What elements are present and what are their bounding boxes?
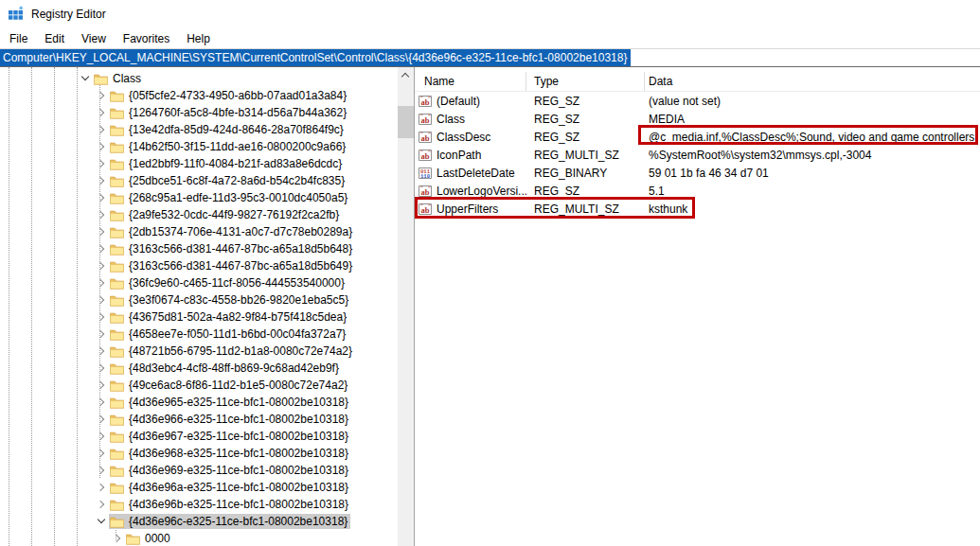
tree-item-36fc9e60-c465-11cf-8056-444553540000[interactable]: {36fc9e60-c465-11cf-8056-444553540000}	[0, 274, 397, 291]
value-name[interactable]: (Default)	[437, 95, 480, 108]
menu-file[interactable]: File	[1, 30, 36, 47]
tree-item-label[interactable]: {3163c566-d381-4467-87bc-a65a18d5b648}	[129, 242, 352, 255]
tree-item-49ce6ac8-6f86-11d2-b1e5-0080c72e74a2[interactable]: {49ce6ac8-6f86-11d2-b1e5-0080c72e74a2}	[0, 377, 397, 394]
tree-item-4d36e965-e325-11ce-bfc1-08002be10318[interactable]: {4d36e965-e325-11ce-bfc1-08002be10318}	[0, 394, 397, 411]
value-row-class[interactable]: ClassREG_SZMEDIA	[415, 110, 980, 128]
column-header-data[interactable]: Data	[645, 72, 980, 91]
tree-item-label[interactable]: {05f5cfe2-4733-4950-a6bb-07aad01a3a84}	[129, 89, 347, 102]
chevron-right-icon[interactable]	[96, 90, 107, 101]
tree-item-label[interactable]: {1ed2bbf9-11f0-4084-b21f-ad83a8e6dcdc}	[129, 157, 342, 170]
tree-item-4d36e96b-e325-11ce-bfc1-08002be10318[interactable]: {4d36e96b-e325-11ce-bfc1-08002be10318}	[0, 496, 397, 513]
chevron-right-icon[interactable]	[96, 345, 107, 357]
tree-item-label[interactable]: {3163c566-d381-4467-87bc-a65a18d5b649}	[129, 259, 352, 273]
chevron-right-icon[interactable]	[96, 414, 107, 425]
tree-item-3e3f0674-c83c-4558-bb26-9820e1eba5c5[interactable]: {3e3f0674-c83c-4558-bb26-9820e1eba5c5}	[0, 291, 397, 308]
tree-item-label[interactable]: {4d36e968-e325-11ce-bfc1-08002be10318}	[129, 447, 348, 460]
chevron-right-icon[interactable]	[112, 533, 123, 544]
scrollbar-thumb[interactable]	[398, 106, 414, 138]
tree-item-label[interactable]: {2a9fe532-0cdc-44f9-9827-76192f2ca2fb}	[129, 208, 339, 221]
chevron-right-icon[interactable]	[96, 294, 107, 306]
value-row-classdesc[interactable]: ClassDescREG_SZ@c_media.inf,%ClassDesc%;…	[415, 128, 980, 146]
chevron-right-icon[interactable]	[96, 192, 107, 203]
tree-item-0000[interactable]: 0000	[0, 530, 397, 546]
chevron-right-icon[interactable]	[96, 465, 107, 476]
tree-item-14b62f50-3f15-11dd-ae16-0800200c9a66[interactable]: {14b62f50-3f15-11dd-ae16-0800200c9a66}	[0, 138, 397, 155]
scroll-up-arrow-icon[interactable]	[398, 67, 414, 83]
chevron-right-icon[interactable]	[96, 499, 107, 510]
value-name[interactable]: UpperFilters	[437, 203, 498, 216]
chevron-right-icon[interactable]	[96, 158, 107, 169]
value-name[interactable]: IconPath	[437, 149, 481, 162]
chevron-down-icon[interactable]	[80, 73, 91, 84]
tree-item-label[interactable]: {43675d81-502a-4a82-9f84-b75f418c5dea}	[129, 310, 347, 324]
tree-item-label[interactable]: {36fc9e60-c465-11cf-8056-444553540000}	[129, 276, 345, 290]
menu-view[interactable]: View	[73, 30, 115, 47]
value-name[interactable]: LastDeleteDate	[437, 167, 515, 180]
chevron-right-icon[interactable]	[96, 328, 107, 340]
tree-item-label[interactable]: {25dbce51-6c8f-4a72-8a6d-b54c2b4fc835}	[129, 174, 345, 187]
tree-item-268c95a1-edfe-11d3-95c3-0010dc4050a5[interactable]: {268c95a1-edfe-11d3-95c3-0010dc4050a5}	[0, 189, 397, 206]
tree-item-label[interactable]: {48721b56-6795-11d2-b1a8-0080c72e74a2}	[129, 344, 352, 358]
chevron-right-icon[interactable]	[96, 243, 107, 255]
chevron-right-icon[interactable]	[96, 362, 107, 374]
value-row-default[interactable]: (Default)REG_SZ(value not set)	[415, 92, 980, 110]
chevron-down-icon[interactable]	[96, 516, 107, 527]
tree-item-4d36e967-e325-11ce-bfc1-08002be10318[interactable]: {4d36e967-e325-11ce-bfc1-08002be10318}	[0, 428, 397, 445]
menu-help[interactable]: Help	[178, 30, 219, 47]
address-text[interactable]: Computer\HKEY_LOCAL_MACHINE\SYSTEM\Curre…	[0, 49, 631, 66]
value-row-lowerlogoversi[interactable]: LowerLogoVersi...REG_SZ5.1	[415, 182, 980, 200]
tree-item-4d36e96a-e325-11ce-bfc1-08002be10318[interactable]: {4d36e96a-e325-11ce-bfc1-08002be10318}	[0, 479, 397, 496]
tree-item-48721b56-6795-11d2-b1a8-0080c72e74a2[interactable]: {48721b56-6795-11d2-b1a8-0080c72e74a2}	[0, 343, 397, 360]
value-name[interactable]: LowerLogoVersi...	[437, 185, 526, 198]
tree-item-label[interactable]: {4d36e967-e325-11ce-bfc1-08002be10318}	[129, 430, 348, 443]
tree-item-label[interactable]: {14b62f50-3f15-11dd-ae16-0800200c9a66}	[129, 140, 346, 153]
tree-item-label[interactable]: {1264760f-a5c8-4bfe-b314-d56a7b44a362}	[129, 106, 347, 119]
chevron-right-icon[interactable]	[96, 448, 107, 459]
value-row-iconpath[interactable]: IconPathREG_MULTI_SZ%SystemRoot%\system3…	[415, 146, 980, 164]
chevron-right-icon[interactable]	[96, 175, 107, 186]
tree-item-3163c566-d381-4467-87bc-a65a18d5b649[interactable]: {3163c566-d381-4467-87bc-a65a18d5b649}	[0, 257, 397, 274]
tree-item-label[interactable]: {3e3f0674-c83c-4558-bb26-9820e1eba5c5}	[129, 293, 348, 307]
chevron-right-icon[interactable]	[96, 141, 107, 152]
tree-item-label[interactable]: {4d36e969-e325-11ce-bfc1-08002be10318}	[129, 464, 348, 477]
tree-item-4d36e968-e325-11ce-bfc1-08002be10318[interactable]: {4d36e968-e325-11ce-bfc1-08002be10318}	[0, 445, 397, 462]
address-bar[interactable]: Computer\HKEY_LOCAL_MACHINE\SYSTEM\Curre…	[0, 48, 980, 67]
tree-item-label[interactable]: 0000	[145, 532, 170, 545]
tree-item-4d36e966-e325-11ce-bfc1-08002be10318[interactable]: {4d36e966-e325-11ce-bfc1-08002be10318}	[0, 411, 397, 428]
tree-item-label[interactable]: {4d36e96a-e325-11ce-bfc1-08002be10318}	[129, 481, 348, 494]
column-header-name[interactable]: Name	[415, 72, 526, 91]
chevron-right-icon[interactable]	[96, 431, 107, 442]
tree-item-label[interactable]: {49ce6ac8-6f86-11d2-b1e5-0080c72e74a2}	[129, 379, 347, 392]
value-name[interactable]: ClassDesc	[437, 131, 490, 144]
tree-item-05f5cfe2-4733-4950-a6bb-07aad01a3a84[interactable]: {05f5cfe2-4733-4950-a6bb-07aad01a3a84}	[0, 87, 397, 104]
chevron-right-icon[interactable]	[96, 396, 107, 408]
tree-item-label[interactable]: {2db15374-706e-4131-a0c7-d7c78eb0289a}	[129, 225, 352, 238]
tree-item-label[interactable]: {48d3ebc4-4cf8-48ff-b869-9c68ad42eb9f}	[129, 361, 339, 375]
tree-item-1ed2bbf9-11f0-4084-b21f-ad83a8e6dcdc[interactable]: {1ed2bbf9-11f0-4084-b21f-ad83a8e6dcdc}	[0, 155, 397, 172]
chevron-right-icon[interactable]	[96, 260, 107, 272]
chevron-right-icon[interactable]	[96, 379, 107, 391]
tree-item-label[interactable]: Class	[113, 72, 141, 85]
menu-favorites[interactable]: Favorites	[115, 30, 178, 47]
chevron-right-icon[interactable]	[96, 107, 107, 118]
tree-item-43675d81-502a-4a82-9f84-b75f418c5dea[interactable]: {43675d81-502a-4a82-9f84-b75f418c5dea}	[0, 308, 397, 326]
tree-item-label[interactable]: {13e42dfa-85d9-424d-8646-28a70f864f9c}	[129, 123, 344, 136]
tree-item-3163c566-d381-4467-87bc-a65a18d5b648[interactable]: {3163c566-d381-4467-87bc-a65a18d5b648}	[0, 240, 397, 257]
tree-item-25dbce51-6c8f-4a72-8a6d-b54c2b4fc835[interactable]: {25dbce51-6c8f-4a72-8a6d-b54c2b4fc835}	[0, 172, 397, 189]
tree-item-label[interactable]: {4658ee7e-f050-11d1-b6bd-00c04fa372a7}	[129, 327, 346, 341]
column-header-type[interactable]: Type	[526, 72, 645, 91]
tree-item-2db15374-706e-4131-a0c7-d7c78eb0289a[interactable]: {2db15374-706e-4131-a0c7-d7c78eb0289a}	[0, 223, 397, 240]
tree-item-48d3ebc4-4cf8-48ff-b869-9c68ad42eb9f[interactable]: {48d3ebc4-4cf8-48ff-b869-9c68ad42eb9f}	[0, 360, 397, 377]
value-row-upperfilters[interactable]: UpperFiltersREG_MULTI_SZksthunk	[415, 200, 980, 218]
tree-item-2a9fe532-0cdc-44f9-9827-76192f2ca2fb[interactable]: {2a9fe532-0cdc-44f9-9827-76192f2ca2fb}	[0, 206, 397, 223]
tree-item-label[interactable]: {4d36e966-e325-11ce-bfc1-08002be10318}	[129, 413, 348, 426]
tree-item-4d36e96c-e325-11ce-bfc1-08002be10318[interactable]: {4d36e96c-e325-11ce-bfc1-08002be10318}	[0, 513, 397, 530]
value-name[interactable]: Class	[437, 113, 465, 126]
tree-item-label[interactable]: {4d36e965-e325-11ce-bfc1-08002be10318}	[129, 396, 348, 409]
chevron-right-icon[interactable]	[96, 311, 107, 323]
menu-edit[interactable]: Edit	[36, 30, 73, 47]
chevron-right-icon[interactable]	[96, 277, 107, 289]
chevron-right-icon[interactable]	[96, 124, 107, 135]
chevron-right-icon[interactable]	[96, 209, 107, 220]
tree-item-4d36e969-e325-11ce-bfc1-08002be10318[interactable]: {4d36e969-e325-11ce-bfc1-08002be10318}	[0, 462, 397, 479]
